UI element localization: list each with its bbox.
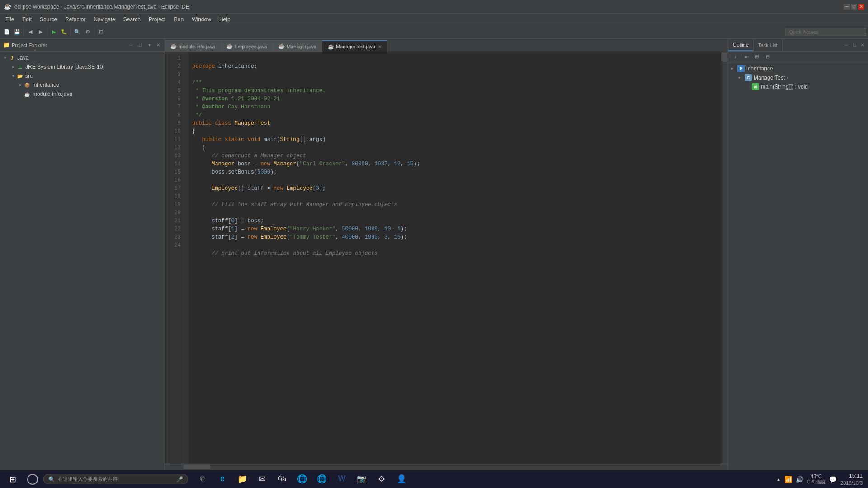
app7-btn[interactable]: 🌐	[313, 471, 331, 488]
menu-project[interactable]: Project	[145, 15, 169, 24]
cpu-temp: 43°C CPU温度	[807, 474, 826, 485]
network-icon[interactable]: 📶	[784, 476, 792, 483]
menu-edit[interactable]: Edit	[19, 15, 35, 24]
outline-item-inheritance[interactable]: ▾ P inheritance	[728, 64, 868, 73]
toolbar-sep-4	[94, 28, 94, 36]
tree-item-java[interactable]: ▾ J Java	[0, 53, 165, 62]
tree-arrow-inheritance: ▸	[17, 83, 24, 87]
outline-sort-btn[interactable]: ↕	[730, 52, 740, 62]
outline-collapse-btn[interactable]: ⊟	[763, 52, 773, 62]
toolbar-open-perspective-btn[interactable]: ⊞	[96, 27, 106, 37]
outline-expand-btn[interactable]: ⊞	[752, 52, 762, 62]
tree-item-inheritance[interactable]: ▸ 📦 inheritance	[0, 80, 165, 89]
toolbar-run-btn[interactable]: ▶	[49, 27, 59, 37]
toolbar-fwd-btn[interactable]: ▶	[36, 27, 46, 37]
gutter-fold	[184, 52, 189, 464]
tab-managertest[interactable]: ☕ ManagerTest.java ✕	[322, 40, 387, 52]
editor-content: 123456789101112131415161718192021222324 …	[165, 52, 728, 464]
panel-min-btn[interactable]: ─	[127, 42, 135, 49]
outline-min-btn[interactable]: ─	[843, 42, 850, 49]
tree-item-src[interactable]: ▾ 📂 src	[0, 71, 165, 80]
panel-max-btn[interactable]: □	[137, 42, 144, 49]
minimize-button[interactable]: ─	[844, 4, 850, 10]
editor-hscrollbar[interactable]	[165, 464, 728, 470]
toolbar-search-btn[interactable]: 🔍	[72, 27, 82, 37]
taskbar-search-label: 在这里输入你要搜索的内容	[58, 476, 118, 483]
outline-icon-main: m	[752, 83, 759, 90]
tree-icon-src: 📂	[16, 72, 24, 80]
menu-run[interactable]: Run	[170, 15, 187, 24]
toolbar-save-btn[interactable]: 💾	[12, 27, 22, 37]
outline-tab-outline[interactable]: Outline	[728, 39, 754, 51]
menu-file[interactable]: File	[2, 15, 18, 24]
outline-item-main[interactable]: ▸ m main(String[]) : void	[728, 82, 868, 91]
edge-btn[interactable]: e	[213, 471, 231, 488]
tab-icon-managertest: ☕	[328, 44, 334, 50]
menu-help[interactable]: Help	[216, 15, 234, 24]
menu-window[interactable]: Window	[188, 15, 215, 24]
menu-navigate[interactable]: Navigate	[90, 15, 118, 24]
cortana-button[interactable]	[24, 471, 42, 488]
tray-arrow[interactable]: ▲	[776, 477, 781, 482]
cpu-temp-label: CPU温度	[807, 479, 826, 485]
editor-scrollbar[interactable]	[722, 52, 728, 464]
search-icon: 🔍	[48, 476, 55, 483]
project-explorer-title: Project Explorer	[12, 42, 126, 48]
panel-close-btn[interactable]: ✕	[155, 42, 162, 49]
outline-hide-btn[interactable]: ≡	[741, 52, 751, 62]
toolbar-back-btn[interactable]: ◀	[25, 27, 35, 37]
toolbar-debug-btn[interactable]: 🐛	[59, 27, 69, 37]
outline-icon-managertest: C	[745, 74, 752, 81]
tree-arrow-jre: ▸	[10, 65, 16, 69]
outline-tab-label: Outline	[733, 42, 749, 47]
tab-module-info[interactable]: ☕ module-info.java	[165, 40, 221, 52]
explorer-btn[interactable]: 📁	[233, 471, 251, 488]
tab-label-employee: Employee.java	[235, 44, 267, 49]
maximize-button[interactable]: □	[851, 4, 857, 10]
taskbar-clock[interactable]: 15:11 2018/10/3	[840, 472, 863, 487]
code-editor[interactable]: package inheritance; /** * This program …	[189, 52, 722, 464]
tab-employee[interactable]: ☕ Employee.java	[221, 40, 273, 52]
menu-source[interactable]: Source	[36, 15, 61, 24]
panel-view-menu-btn[interactable]: ▾	[146, 42, 153, 49]
tab-close-managertest[interactable]: ✕	[378, 44, 382, 49]
settings-btn[interactable]: ⚙	[373, 471, 391, 488]
outline-label-main: main(String[]) : void	[761, 84, 808, 90]
tree-arrow-java: ▾	[2, 56, 8, 60]
toolbar-prefs-btn[interactable]: ⚙	[83, 27, 93, 37]
store-btn[interactable]: 🛍	[273, 471, 291, 488]
outline-arrow-managertest: ▾	[738, 75, 745, 80]
menu-search[interactable]: Search	[120, 15, 144, 24]
outline-tabs: Outline Task List ─ □ ✕	[728, 39, 868, 52]
taskview-btn[interactable]: ⧉	[193, 471, 212, 488]
action-center-icon[interactable]: 💬	[829, 476, 837, 483]
search-circle-icon	[27, 474, 38, 485]
outline-tab-tasklist[interactable]: Task List	[754, 39, 783, 51]
quick-access-input[interactable]	[785, 28, 866, 36]
line-numbers: 123456789101112131415161718192021222324	[168, 52, 184, 464]
outline-toolbar: ↕ ≡ ⊞ ⊟	[728, 52, 868, 62]
close-button[interactable]: ✕	[858, 4, 864, 10]
people-btn[interactable]: 👤	[392, 471, 410, 488]
app9-btn[interactable]: 📷	[353, 471, 371, 488]
start-button[interactable]: ⊞	[2, 470, 24, 488]
tab-manager[interactable]: ☕ Manager.java	[273, 40, 322, 52]
tree-item-jre[interactable]: ▸ ☰ JRE System Library [JavaSE-10]	[0, 62, 165, 71]
mail-btn[interactable]: ✉	[253, 471, 271, 488]
outline-item-managertest[interactable]: ▾ C ManagerTest •	[728, 73, 868, 82]
menu-refactor[interactable]: Refactor	[61, 15, 89, 24]
menu-bar: File Edit Source Refactor Navigate Searc…	[0, 14, 868, 25]
toolbar-new-btn[interactable]: 📄	[2, 27, 12, 37]
taskbar-apps: ⧉ e 📁 ✉ 🛍 🌐 🌐 W 📷 ⚙ 👤	[193, 471, 410, 488]
outline-close-btn[interactable]: ✕	[859, 42, 866, 49]
tree-item-module-info[interactable]: ▸ ☕ module-info.java	[0, 89, 165, 99]
outline-label-managertest: ManagerTest	[754, 75, 785, 81]
tree-icon-java: J	[8, 54, 15, 61]
browser-btn[interactable]: 🌐	[293, 471, 311, 488]
volume-icon[interactable]: 🔊	[796, 476, 803, 483]
mic-icon: 🎤	[176, 476, 183, 483]
taskbar-search-box[interactable]: 🔍 在这里输入你要搜索的内容 🎤	[43, 474, 188, 484]
tree-label-module: module-info.java	[33, 91, 72, 97]
outline-max-btn[interactable]: □	[851, 42, 858, 49]
word-btn[interactable]: W	[333, 471, 351, 488]
